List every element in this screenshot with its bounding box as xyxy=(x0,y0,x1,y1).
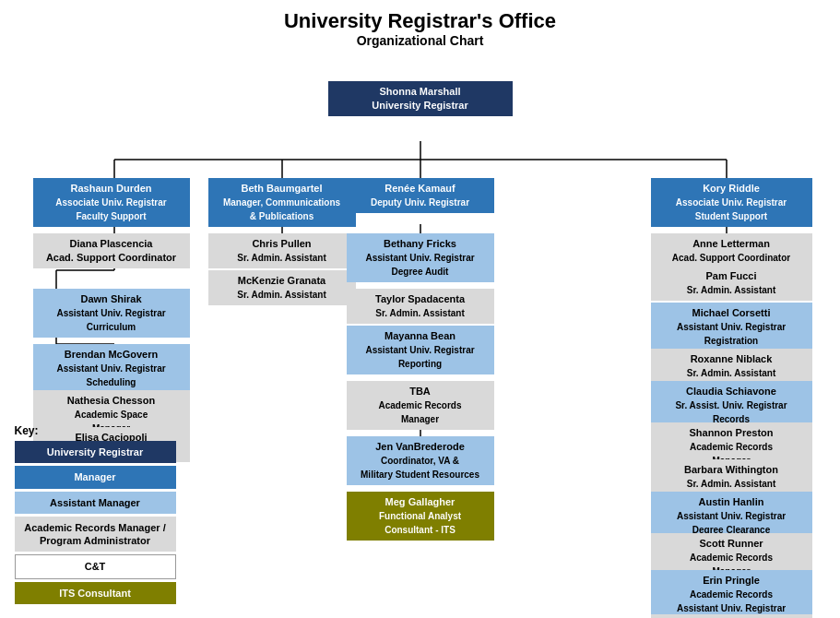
page-title: University Registrar's Office Organizati… xyxy=(0,0,840,53)
node-shonna: Shonna Marshall University Registrar xyxy=(328,81,513,116)
key-section: Key: University Registrar Manager Assist… xyxy=(15,424,176,607)
key-label: Key: xyxy=(15,424,176,437)
node-kory: Kory Riddle Associate Univ. RegistrarStu… xyxy=(651,178,812,227)
node-anne: Anne Letterman Acad. Support Coordinator xyxy=(651,233,812,268)
node-diana: Diana Plascencia Acad. Support Coordinat… xyxy=(33,233,190,268)
node-tba: TBA Academic RecordsManager xyxy=(347,381,494,430)
key-registrar: University Registrar xyxy=(15,441,176,463)
node-mayanna: Mayanna Bean Assistant Univ. RegistrarRe… xyxy=(347,326,494,374)
node-jen: Jen VanBrederode Coordinator, VA &Milita… xyxy=(347,436,494,485)
node-roxanne: Roxanne Niblack Sr. Admin. Assistant xyxy=(651,349,812,384)
node-taylor: Taylor Spadacenta Sr. Admin. Assistant xyxy=(347,289,494,324)
org-chart: Shonna Marshall University Registrar Ras… xyxy=(6,53,835,618)
node-pam: Pam Fucci Sr. Admin. Assistant xyxy=(651,266,812,301)
node-mckenzie: McKenzie Granata Sr. Admin. Assistant xyxy=(208,270,356,305)
key-asst-manager: Assistant Manager xyxy=(15,492,176,514)
node-michael: Michael Corsetti Assistant Univ. Registr… xyxy=(651,303,812,351)
key-its: ITS Consultant xyxy=(15,582,176,604)
node-dawn: Dawn Shirak Assistant Univ. RegistrarCur… xyxy=(33,289,190,338)
key-manager: Manager xyxy=(15,466,176,488)
key-ct: C&T xyxy=(15,554,176,578)
node-erin: Erin Pringle Academic RecordsAssistant U… xyxy=(651,570,812,618)
node-beth: Beth Baumgartel Manager, Communications&… xyxy=(208,178,356,227)
key-acad-records: Academic Records Manager /Program Admini… xyxy=(15,517,176,553)
node-chris: Chris Pullen Sr. Admin. Assistant xyxy=(208,233,356,268)
node-brendan: Brendan McGovern Assistant Univ. Registr… xyxy=(33,344,190,393)
node-renee: Renée Kamauf Deputy Univ. Registrar xyxy=(347,178,494,213)
node-raquel: Raquel Crespo Sr. Admin. Assistant xyxy=(651,614,812,618)
node-bethany: Bethany Fricks Assistant Univ. Registrar… xyxy=(347,233,494,282)
node-barbara: Barbara Withington Sr. Admin. Assistant xyxy=(651,459,812,494)
node-meg: Meg Gallagher Functional AnalystConsulta… xyxy=(347,492,494,541)
node-rashaun: Rashaun Durden Associate Univ. Registrar… xyxy=(33,178,190,227)
